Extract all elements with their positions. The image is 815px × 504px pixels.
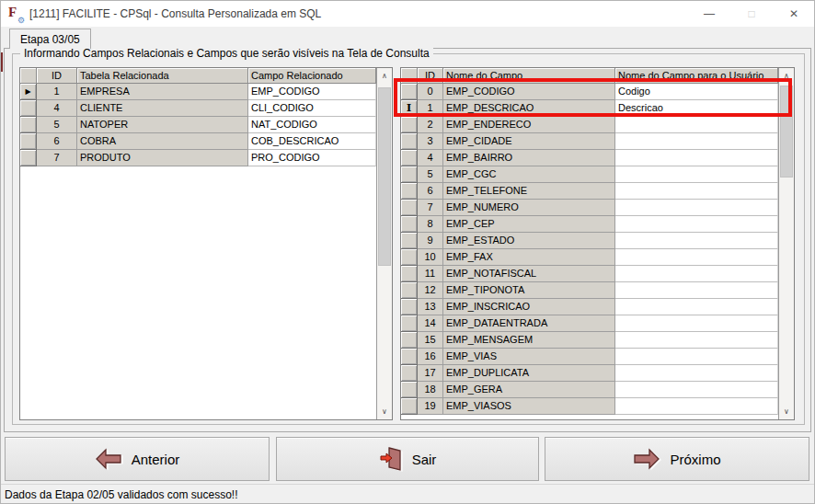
table-row[interactable]: 8 EMP_CEP bbox=[401, 216, 794, 233]
table-row[interactable]: 16 EMP_VIAS bbox=[401, 349, 794, 365]
gear-icon: ⚙ bbox=[17, 16, 25, 25]
row-indicator bbox=[401, 315, 418, 332]
row-indicator bbox=[401, 365, 418, 382]
anterior-button[interactable]: Anterior bbox=[5, 437, 270, 481]
column-header-campo: Campo Relacionado bbox=[248, 68, 376, 84]
arrow-left-icon bbox=[95, 448, 122, 470]
table-row[interactable]: 11 EMP_NOTAFISCAL bbox=[401, 266, 794, 282]
related-fields-grid[interactable]: ID Tabela Relacionada Campo Relacionado … bbox=[19, 67, 393, 420]
row-indicator bbox=[401, 216, 418, 233]
titlebar: F ⚙ [1211] FACILITE - CPSql - Consulta P… bbox=[0, 0, 815, 27]
table-row[interactable]: 5 NATOPER NAT_CODIGO bbox=[20, 117, 392, 133]
header-indicator bbox=[20, 68, 37, 84]
table-row[interactable]: 10 EMP_FAX bbox=[401, 249, 794, 266]
row-indicator bbox=[401, 398, 418, 415]
sair-label: Sair bbox=[412, 452, 437, 467]
row-indicator bbox=[401, 299, 418, 315]
row-indicator bbox=[20, 150, 37, 166]
table-row[interactable]: 14 EMP_DATAENTRADA bbox=[401, 315, 794, 332]
tab-etapa-03-05[interactable]: Etapa 03/05 bbox=[9, 29, 91, 49]
table-row[interactable]: ▶ 1 EMPRESA EMP_CODIGO bbox=[20, 84, 392, 100]
proximo-button[interactable]: Próximo bbox=[545, 437, 809, 481]
app-icon: F ⚙ bbox=[8, 6, 23, 21]
row-indicator bbox=[401, 166, 418, 183]
app-logo-letter: F bbox=[8, 5, 17, 20]
column-header-tabela: Tabela Relacionada bbox=[77, 68, 248, 84]
row-indicator bbox=[20, 133, 37, 150]
table-row[interactable]: 15 EMP_MENSAGEM bbox=[401, 332, 794, 349]
window-title: [1211] FACILITE - CPSql - Consulta Perso… bbox=[29, 7, 321, 20]
scroll-down-icon[interactable]: ∨ bbox=[779, 404, 794, 419]
row-indicator bbox=[401, 266, 418, 282]
row-indicator bbox=[401, 382, 418, 398]
anterior-label: Anterior bbox=[132, 452, 180, 467]
active-row-pointer-icon: ▶ bbox=[25, 88, 30, 96]
table-row[interactable]: 17 EMP_DUPLICATA bbox=[401, 365, 794, 382]
sair-button[interactable]: Sair bbox=[276, 437, 539, 481]
groupbox-caption: Informando Campos Relacionais e Campos q… bbox=[20, 47, 433, 60]
row-indicator bbox=[20, 100, 37, 117]
table-row[interactable]: 7 PRODUTO PRO_CODIGO bbox=[20, 150, 392, 166]
row-indicator bbox=[401, 150, 418, 166]
status-bar: Dados da Etapa 02/05 validados com suces… bbox=[0, 484, 815, 504]
close-button[interactable]: ✕ bbox=[773, 0, 815, 27]
vertical-scrollbar[interactable]: ∧ ∨ bbox=[376, 68, 392, 419]
table-row[interactable]: 4 EMP_BAIRRO bbox=[401, 150, 794, 166]
table-row[interactable]: 18 EMP_GERA bbox=[401, 382, 794, 398]
row-indicator bbox=[401, 200, 418, 216]
table-row[interactable]: 13 EMP_INSCRICAO bbox=[401, 299, 794, 315]
table-row[interactable]: 12 EMP_TIPONOTA bbox=[401, 282, 794, 299]
arrow-right-icon bbox=[633, 448, 660, 470]
minimize-button[interactable]: — bbox=[688, 0, 730, 27]
scroll-up-icon[interactable]: ∧ bbox=[377, 68, 392, 84]
status-message: Dados da Etapa 02/05 validados com suces… bbox=[5, 488, 238, 501]
field-names-grid[interactable]: ID Nome do Campo Nome do Campo para o Us… bbox=[400, 67, 795, 420]
grid-body: 0 EMP_CODIGO Codigo I 1 EMP_DESCRICAO De… bbox=[401, 84, 794, 415]
maximize-button: □ bbox=[730, 0, 773, 27]
row-indicator bbox=[20, 117, 37, 133]
table-row[interactable]: 3 EMP_CIDADE bbox=[401, 133, 794, 150]
row-indicator bbox=[401, 249, 418, 266]
red-highlight-annotation bbox=[394, 78, 792, 117]
row-indicator bbox=[401, 117, 418, 133]
scroll-down-icon[interactable]: ∨ bbox=[377, 404, 392, 419]
table-row[interactable]: 5 EMP_CGC bbox=[401, 166, 794, 183]
table-row[interactable]: 2 EMP_ENDERECO bbox=[401, 117, 794, 133]
row-indicator bbox=[401, 183, 418, 200]
grid-header: ID Tabela Relacionada Campo Relacionado bbox=[20, 68, 392, 84]
row-indicator bbox=[401, 233, 418, 249]
table-row[interactable]: 19 EMP_VIASOS bbox=[401, 398, 794, 415]
table-row[interactable]: 7 EMP_NUMERO bbox=[401, 200, 794, 216]
row-indicator bbox=[401, 349, 418, 365]
row-indicator bbox=[401, 332, 418, 349]
exit-door-icon bbox=[379, 446, 403, 472]
grid-body: ▶ 1 EMPRESA EMP_CODIGO 4 CLIENTE CLI_COD… bbox=[20, 84, 392, 166]
column-header-id: ID bbox=[37, 68, 77, 84]
proximo-label: Próximo bbox=[670, 452, 720, 467]
table-row[interactable]: 4 CLIENTE CLI_CODIGO bbox=[20, 100, 392, 117]
row-indicator bbox=[401, 282, 418, 299]
window-edge-mark bbox=[0, 52, 3, 72]
table-row[interactable]: 6 COBRA COB_DESCRICAO bbox=[20, 133, 392, 150]
vertical-scrollbar[interactable]: ∧ ∨ bbox=[778, 68, 794, 419]
table-row[interactable]: 9 EMP_ESTADO bbox=[401, 233, 794, 249]
scrollbar-thumb[interactable] bbox=[378, 87, 391, 266]
window-controls: — □ ✕ bbox=[688, 0, 815, 27]
table-row[interactable]: 6 EMP_TELEFONE bbox=[401, 183, 794, 200]
row-indicator: ▶ bbox=[20, 84, 37, 100]
row-indicator bbox=[401, 133, 418, 150]
